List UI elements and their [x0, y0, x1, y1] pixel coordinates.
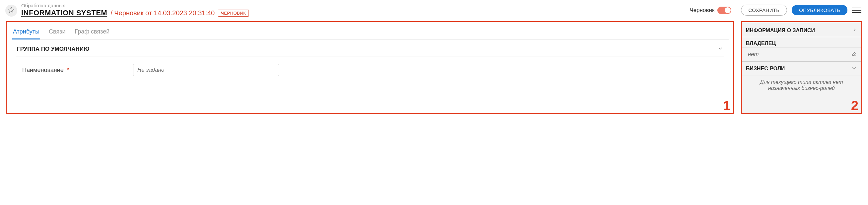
panel-owner-title: ВЛАДЕЛЕЦ — [746, 40, 776, 46]
tabs: Атрибуты Связи Граф связей — [11, 26, 728, 39]
header-actions: Черновик СОХРАНИТЬ ОПУБЛИКОВАТЬ — [689, 5, 861, 15]
panel-section-owner: ВЛАДЕЛЕЦ — [742, 37, 861, 47]
status-badge: ЧЕРНОВИК — [218, 10, 249, 16]
required-marker: * — [67, 67, 69, 73]
panel-owner-value-row: нет — [742, 47, 861, 62]
breadcrumb: Обработка данных — [21, 3, 249, 9]
panel-roles-title: БИЗНЕС-РОЛИ — [746, 66, 785, 72]
field-label-name: Наименование * — [22, 67, 125, 74]
title-block: Обработка данных INFORMATION SYSTEM / Че… — [21, 3, 249, 17]
field-label-text: Наименование — [22, 67, 64, 73]
hamburger-menu[interactable] — [852, 6, 861, 15]
star-icon — [8, 7, 14, 14]
roles-note: Для текущего типа актива нет назначенных… — [742, 76, 861, 93]
annotation-1: 1 — [723, 98, 731, 113]
tab-attributes[interactable]: Атрибуты — [12, 26, 40, 39]
main-panel: Атрибуты Связи Граф связей ГРУППА ПО УМО… — [6, 21, 734, 114]
menu-line-icon — [852, 10, 861, 11]
form-row-name: Наименование * — [11, 57, 728, 76]
annotation-2: 2 — [851, 98, 858, 113]
edit-icon[interactable] — [851, 51, 857, 58]
menu-line-icon — [852, 8, 861, 8]
save-button[interactable]: СОХРАНИТЬ — [741, 5, 787, 15]
tab-graph[interactable]: Граф связей — [74, 26, 110, 39]
chevron-down-icon — [851, 65, 857, 72]
tab-relations[interactable]: Связи — [48, 26, 66, 39]
draft-toggle-label: Черновик — [689, 7, 714, 13]
draft-toggle-wrap: Черновик — [689, 7, 731, 14]
divider — [736, 5, 736, 15]
panel-section-roles[interactable]: БИЗНЕС-РОЛИ — [742, 62, 861, 76]
menu-line-icon — [852, 12, 861, 13]
name-input[interactable] — [133, 64, 279, 76]
panel-section-info[interactable]: ИНФОРМАЦИЯ О ЗАПИСИ — [742, 24, 861, 37]
side-panel: ИНФОРМАЦИЯ О ЗАПИСИ ВЛАДЕЛЕЦ нет БИЗНЕС-… — [741, 21, 862, 114]
page-header: Обработка данных INFORMATION SYSTEM / Че… — [0, 0, 868, 20]
owner-value: нет — [746, 51, 759, 58]
page-title[interactable]: INFORMATION SYSTEM — [21, 9, 107, 17]
draft-toggle[interactable] — [717, 7, 731, 14]
group-header[interactable]: ГРУППА ПО УМОЛЧАНИЮ — [16, 39, 724, 57]
content-area: Атрибуты Связи Граф связей ГРУППА ПО УМО… — [0, 20, 868, 117]
panel-info-title: ИНФОРМАЦИЯ О ЗАПИСИ — [746, 28, 815, 34]
chevron-right-icon — [852, 28, 857, 34]
favorite-button[interactable] — [5, 5, 17, 16]
draft-timestamp: / Черновик от 14.03.2023 20:31:40 — [111, 9, 215, 17]
group-title: ГРУППА ПО УМОЛЧАНИЮ — [17, 46, 90, 53]
publish-button[interactable]: ОПУБЛИКОВАТЬ — [792, 5, 847, 15]
chevron-down-icon — [717, 45, 723, 53]
